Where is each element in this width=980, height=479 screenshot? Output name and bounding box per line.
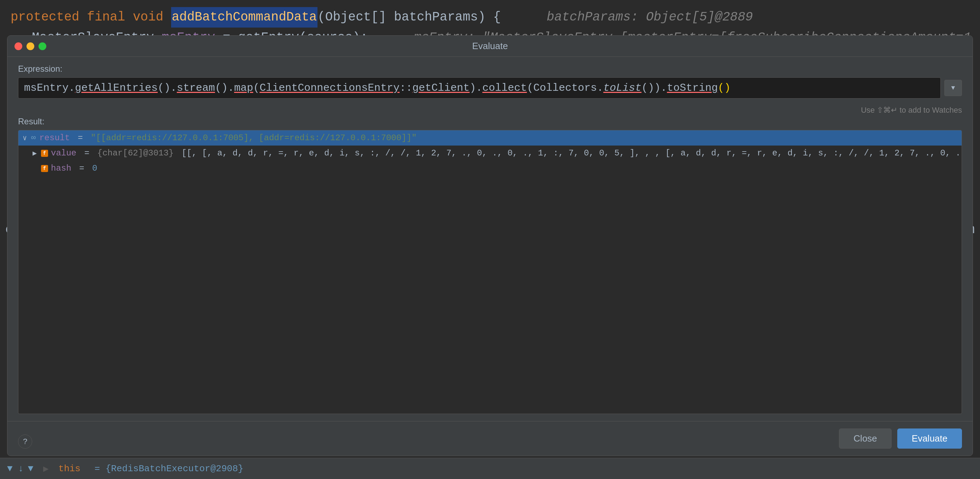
status-bar-content: ▼ ↓ ▼ ▶ this = {RedisBatchExecutor@2908} <box>7 463 243 474</box>
field-icon: f <box>41 150 48 157</box>
hash-key: hash <box>51 163 72 173</box>
modal-titlebar: Evaluate <box>8 36 972 57</box>
expression-row: msEntry.getAllEntries().stream().map(Cli… <box>18 77 962 98</box>
expand-arrow: ∨ <box>22 133 28 142</box>
help-button[interactable]: ? <box>18 435 32 449</box>
value-type: {char[62]@3013} <box>97 148 178 158</box>
param-text: (Object[] batchParams) { <box>318 7 501 27</box>
this-value: = {RedisBatchExecutor@2908} <box>94 463 243 474</box>
status-bar: ▼ ↓ ▼ ▶ this = {RedisBatchExecutor@2908} <box>0 458 980 479</box>
keyword-protected: protected <box>11 7 79 27</box>
result-str-value: "[[addr=redis://127.0.0.1:7005], [addr=r… <box>91 133 417 143</box>
status-separator: ▶ <box>38 463 54 474</box>
result-section: ∨ ∞ result = "[[addr=redis://127.0.0.1:7… <box>18 130 962 414</box>
keyword-void: void <box>133 7 163 27</box>
window-minimize-button[interactable] <box>27 43 34 50</box>
window-maximize-button[interactable] <box>38 43 46 50</box>
result-label: Result: <box>18 117 962 127</box>
value-eq: = <box>79 148 94 158</box>
result-row-value[interactable]: ▶ f value = {char[62]@3013} [[, [, a, d,… <box>18 146 962 161</box>
expand-arrow-2: ▶ <box>32 149 38 157</box>
filter-icon: ▼ <box>28 463 33 474</box>
inline-comment-1: batchParams: Object[5]@2889 <box>547 7 752 27</box>
result-row-main[interactable]: ∨ ∞ result = "[[addr=redis://127.0.0.1:7… <box>18 130 962 146</box>
nav-arrows: ▼ ↓ <box>7 463 24 474</box>
modal-body: Expression: msEntry.getAllEntries().stre… <box>8 57 972 421</box>
code-line-1: protected final void addBatchCommandData… <box>11 7 969 27</box>
function-name: addBatchCommandData <box>171 7 318 27</box>
value-chars: [[, [, a, d, d, r, =, r, e, d, i, s, :, … <box>182 148 962 158</box>
modal-title: Evaluate <box>472 41 508 52</box>
expression-dropdown[interactable]: ▼ <box>944 80 962 96</box>
value-key: value <box>51 148 76 158</box>
result-row-hash[interactable]: f hash = 0 <box>18 161 962 176</box>
result-eq: = <box>73 133 88 143</box>
modal-footer: Close Evaluate <box>8 421 972 456</box>
hash-eq: = <box>74 163 89 173</box>
result-key: result <box>39 133 70 143</box>
keyword-final: final <box>87 7 125 27</box>
status-eq <box>85 463 91 474</box>
close-button[interactable]: Close <box>839 428 891 449</box>
infinity-icon: ∞ <box>31 133 36 142</box>
this-keyword: this <box>58 463 80 474</box>
expression-text: msEntry.getAllEntries().stream().map(Cli… <box>24 82 731 94</box>
result-tree: ∨ ∞ result = "[[addr=redis://127.0.0.1:7… <box>18 130 962 414</box>
hash-value: 0 <box>92 163 97 173</box>
evaluate-dialog: Evaluate Expression: msEntry.getAllEntri… <box>7 35 973 456</box>
window-controls <box>14 43 46 50</box>
watches-hint: Use ⇧⌘↵ to add to Watches <box>18 106 962 115</box>
window-close-button[interactable] <box>14 43 22 50</box>
expression-input[interactable]: msEntry.getAllEntries().stream().map(Cli… <box>18 77 941 98</box>
expression-label: Expression: <box>18 64 962 74</box>
evaluate-button[interactable]: Evaluate <box>897 428 962 449</box>
hash-icon: f <box>41 165 48 172</box>
